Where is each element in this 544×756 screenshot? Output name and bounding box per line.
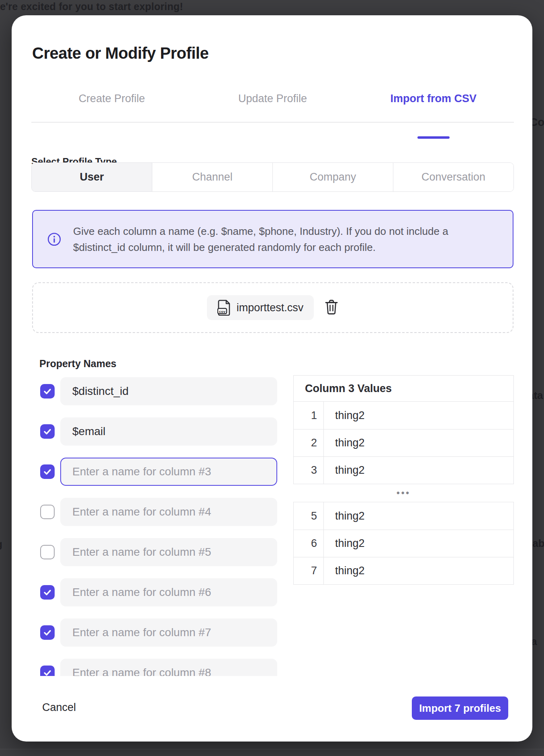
row-index: 7 [294,557,324,584]
check-icon [43,427,52,436]
create-or-modify-profile-dialog: Create or Modify Profile Create Profile … [12,15,532,742]
row-value: thing2 [324,502,513,530]
screen: e're excited for you to start exploring!… [0,0,544,756]
uploaded-file-name: importtest.csv [237,302,304,314]
property-row [12,538,293,566]
row-value: thing2 [324,402,513,429]
property-row [12,377,293,405]
checkbox[interactable] [40,384,55,399]
import-profiles-button[interactable]: Import 7 profiles [412,696,508,720]
table-row: 7 thing2 [294,557,513,584]
profile-type-channel[interactable]: Channel [152,163,272,191]
info-icon [47,232,61,246]
property-name-input[interactable] [60,578,277,606]
property-row [12,578,293,606]
checkbox[interactable] [40,464,55,479]
dialog-title: Create or Modify Profile [32,44,209,62]
cancel-button[interactable]: Cancel [42,701,76,714]
property-name-input[interactable] [60,458,277,486]
checkbox[interactable] [40,505,55,519]
csv-file-icon: csv [217,300,231,316]
checkbox[interactable] [40,625,55,640]
info-banner-text: Give each column a name (e.g. $name, $ph… [73,223,448,255]
property-name-input[interactable] [60,618,277,647]
profile-type-conversation[interactable]: Conversation [393,163,513,191]
trash-icon [325,300,338,315]
checkbox[interactable] [40,424,55,439]
csv-dropzone[interactable]: csv importtest.csv [32,282,513,333]
property-row [12,458,293,486]
table-row: 1 thing2 [294,402,513,429]
check-icon [43,668,52,676]
profile-type-selector: User Channel Company Conversation [31,162,514,192]
background-text-fragment: g [0,538,2,551]
row-index: 5 [294,502,324,530]
tab-label: Create Profile [79,92,145,105]
table-row: 3 thing2 [294,456,513,484]
checkbox[interactable] [40,545,55,559]
values-table-header: Column 3 Values [294,376,513,402]
tabs-divider [31,122,514,123]
values-table-top: Column 3 Values 1 thing2 2 thing2 3 thin… [293,375,514,484]
values-table-bottom: 5 thing2 6 thing2 7 thing2 [293,502,514,585]
property-name-input[interactable] [60,417,277,446]
tab-label: Import from CSV [391,92,477,105]
property-row [12,659,293,676]
tab-label: Update Profile [238,92,307,105]
row-value: thing2 [324,557,513,584]
table-row: 5 thing2 [294,502,513,530]
uploaded-file-chip: csv importtest.csv [207,295,314,320]
check-icon [43,628,52,637]
checkbox[interactable] [40,585,55,600]
profile-type-user[interactable]: User [32,163,152,191]
active-tab-indicator [417,136,450,139]
check-icon [43,588,52,597]
tab-import-from-csv[interactable]: Import from CSV [353,90,514,107]
property-name-input[interactable] [60,659,277,676]
property-name-input[interactable] [60,498,277,526]
remove-file-button[interactable] [324,300,339,316]
property-names-list [12,370,293,676]
property-name-input[interactable] [60,538,277,566]
row-index: 6 [294,530,324,557]
dialog-tabs: Create Profile Update Profile Import fro… [31,90,514,107]
rows-ellipsis: ••• [293,484,514,502]
svg-text:csv: csv [219,309,226,314]
row-index: 1 [294,402,324,429]
property-names-label: Property Names [39,358,117,370]
tab-update-profile[interactable]: Update Profile [192,90,353,107]
background-divider [0,749,544,750]
property-row [12,417,293,446]
info-banner-line2: $distinct_id column, it will be generate… [73,239,448,255]
info-banner: Give each column a name (e.g. $name, $ph… [32,210,513,268]
table-row: 2 thing2 [294,429,513,456]
property-name-input[interactable] [60,377,277,405]
tab-create-profile[interactable]: Create Profile [31,90,192,107]
row-index: 2 [294,429,324,456]
info-banner-line1: Give each column a name (e.g. $name, $ph… [73,223,448,239]
background-text-fragment: e're excited for you to start exploring! [0,1,183,12]
row-index: 3 [294,457,324,484]
checkbox[interactable] [40,666,55,676]
column-values-preview: Column 3 Values 1 thing2 2 thing2 3 thin… [293,375,514,585]
profile-type-company[interactable]: Company [272,163,393,191]
check-icon [43,467,52,476]
table-row: 6 thing2 [294,530,513,557]
property-row [12,498,293,526]
row-value: thing2 [324,530,513,557]
row-value: thing2 [324,457,513,484]
row-value: thing2 [324,429,513,456]
property-row [12,618,293,647]
check-icon [43,387,52,396]
